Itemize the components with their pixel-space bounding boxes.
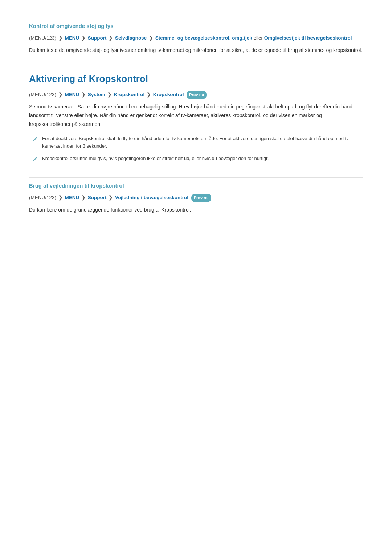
menu-item-1e: Omgivelsestjek til bevægelseskontrol xyxy=(264,35,352,41)
section1-title: Kontrol af omgivende støj og lys xyxy=(29,22,363,30)
try-now-badge-2[interactable]: Prøv nu xyxy=(191,194,211,202)
menu-paren-3: (MENU/123) xyxy=(29,195,56,200)
menu-item-3c: Vejledning i bevægelseskontrol xyxy=(115,195,188,200)
arrow-2b: ❯ xyxy=(81,92,87,97)
section2-breadcrumb: (MENU/123) ❯ MENU ❯ System ❯ Kropskontro… xyxy=(29,91,363,99)
section-guide: Brug af vejledningen til kropskontrol (M… xyxy=(29,177,363,214)
try-now-badge-1[interactable]: Prøv nu xyxy=(187,91,207,99)
menu-item-1d: Stemme- og bevægelseskontrol, omg.tjek xyxy=(155,35,252,41)
bullet-item-2: Kropskontrol afsluttes muligvis, hvis pe… xyxy=(33,155,363,162)
arrow-2c: ❯ xyxy=(107,92,113,97)
section3-body: Du kan lære om de grundlæggende funktion… xyxy=(29,206,363,214)
arrow-3c: ❯ xyxy=(109,195,114,200)
section2-body: Se mod tv-kameraet. Sænk din højre hånd … xyxy=(29,103,363,128)
arrow-1b: ❯ xyxy=(81,35,87,41)
menu-item-2c: Kropskontrol xyxy=(114,92,144,97)
or-text-1: eller xyxy=(254,35,264,41)
arrow-3b: ❯ xyxy=(81,195,87,200)
arrow-2a: ❯ xyxy=(58,92,64,97)
section3-breadcrumb: (MENU/123) ❯ MENU ❯ Support ❯ Vejledning… xyxy=(29,194,363,202)
section1-breadcrumb: (MENU/123) ❯ MENU ❯ Support ❯ Selvdiagno… xyxy=(29,34,363,42)
spacer-1 xyxy=(29,61,363,71)
section2-title: Aktivering af Kropskontrol xyxy=(29,71,363,87)
arrow-1a: ❯ xyxy=(58,35,64,41)
bullet-item-1: For at deaktivere Kropskontrol skal du f… xyxy=(33,135,363,150)
menu-item-3a: MENU xyxy=(65,195,79,200)
menu-item-3b: Support xyxy=(88,195,107,200)
menu-item-2a: MENU xyxy=(65,92,79,97)
menu-item-1a: MENU xyxy=(65,35,79,41)
arrow-3a: ❯ xyxy=(58,195,64,200)
arrow-1c: ❯ xyxy=(109,35,114,41)
menu-item-2b: System xyxy=(88,92,105,97)
arrow-2d: ❯ xyxy=(147,92,152,97)
section3-title: Brug af vejledningen til kropskontrol xyxy=(29,181,363,190)
menu-item-2d: Kropskontrol xyxy=(153,92,184,97)
section1-body: Du kan teste de omgivende støj- og lysni… xyxy=(29,46,363,55)
arrow-1d: ❯ xyxy=(149,35,155,41)
section2-bullets: For at deaktivere Kropskontrol skal du f… xyxy=(29,135,363,162)
section-activation: Aktivering af Kropskontrol (MENU/123) ❯ … xyxy=(29,71,363,162)
menu-paren-1: (MENU/123) xyxy=(29,35,56,41)
menu-paren-2: (MENU/123) xyxy=(29,92,56,97)
menu-item-1b: Support xyxy=(88,35,107,41)
menu-item-1c: Selvdiagnose xyxy=(115,35,147,41)
section-ambient: Kontrol af omgivende støj og lys (MENU/1… xyxy=(29,22,363,55)
